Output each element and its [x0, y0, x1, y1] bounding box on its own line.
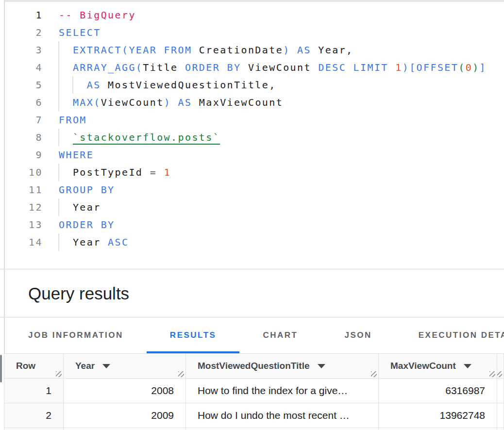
sql-token-keyword: MAX( [73, 97, 101, 108]
column-resize-handle-icon[interactable] [56, 371, 62, 377]
code-line-9[interactable]: 9WHERE [5, 146, 503, 164]
vertical-scrollbar-thumb[interactable] [0, 355, 2, 382]
column-resize-handle-icon[interactable] [497, 371, 502, 377]
column-menu-dropdown-icon[interactable] [318, 364, 325, 368]
sql-token-keyword: ASC [101, 236, 129, 248]
column-label: MostViewedQuestionTitle [198, 361, 310, 371]
code-line-1[interactable]: 1-- BigQuery [5, 6, 503, 24]
code-line-14[interactable]: 14 Year ASC [5, 233, 503, 251]
code-line-11[interactable]: 11GROUP BY [5, 181, 503, 198]
line-number: 9 [5, 146, 43, 164]
sql-token-identifier: CreationDate [192, 44, 283, 56]
indent-guide [58, 94, 59, 111]
cell-row [4, 428, 64, 430]
cell-mostviewedquestiontitle [186, 428, 379, 430]
code-line-4[interactable]: 4 ARRAY_AGG(Title ORDER BY ViewCount DES… [5, 59, 503, 76]
sql-token-identifier [59, 132, 73, 143]
results-table: RowYearMostViewedQuestionTitleMaxViewCou… [4, 353, 504, 430]
code-line-13[interactable]: 13ORDER BY [5, 216, 503, 233]
column-resize-handle-icon[interactable] [178, 371, 184, 377]
indent-guide [58, 59, 59, 76]
sql-token-comment: -- BigQuery [59, 9, 136, 21]
column-label: Year [75, 361, 95, 371]
cell-extra [497, 403, 504, 428]
cell-row: 2 [4, 403, 64, 428]
sql-token-identifier [59, 97, 73, 108]
column-menu-dropdown-icon[interactable] [102, 364, 110, 368]
code-text: WHERE [59, 146, 94, 164]
column-header-mostviewedquestiontitle: MostViewedQuestionTitle [186, 354, 379, 379]
sql-token-number: 1 [388, 62, 403, 73]
tab-job-information[interactable]: JOB INFORMATION [5, 317, 147, 353]
query-results-title: Query results [28, 270, 129, 317]
code-line-10[interactable]: 10 PostTypeId = 1 [5, 164, 503, 181]
code-text: EXTRACT(YEAR FROM CreationDate) AS Year, [59, 41, 353, 59]
code-text: GROUP BY [59, 181, 115, 198]
sql-token-identifier [59, 62, 73, 73]
code-text: PostTypeId = 1 [59, 164, 171, 181]
code-line-8[interactable]: 8 `stackoverflow.posts` [5, 129, 503, 146]
sql-token-keyword: ] [480, 62, 487, 73]
column-label: Row [16, 361, 35, 371]
sql-token-keyword: ARRAY_AGG( [73, 62, 143, 73]
sql-token-identifier: Year [59, 236, 101, 248]
cell-year: 2008 [64, 379, 186, 403]
code-text: `stackoverflow.posts` [59, 129, 220, 146]
sql-token-keyword: AS [87, 79, 101, 91]
column-resize-handle-icon[interactable] [371, 371, 377, 377]
code-line-6[interactable]: 6 MAX(ViewCount) AS MaxViewCount [5, 94, 503, 111]
code-line-12[interactable]: 12 Year [5, 198, 503, 216]
cell-maxviewcount: 13962748 [379, 403, 497, 428]
line-number: 5 [5, 76, 43, 94]
code-line-7[interactable]: 7FROM [5, 111, 503, 129]
divider [0, 269, 504, 269]
line-number: 4 [5, 59, 43, 76]
results-tab-bar: JOB INFORMATIONRESULTSCHARTJSONEXECUTION… [5, 317, 504, 353]
line-number: 10 [5, 164, 43, 181]
code-text: SELECT [59, 24, 101, 41]
sql-token-keyword: GROUP BY [59, 184, 115, 196]
sql-token-number: 0 [466, 62, 472, 73]
column-header-row: Row [4, 354, 64, 379]
sql-token-keyword: ORDER BY [59, 219, 115, 231]
cell-mostviewedquestiontitle: How to find the index for a give… [186, 379, 379, 403]
line-number: 7 [5, 111, 43, 129]
line-number: 14 [5, 233, 43, 251]
column-menu-dropdown-icon[interactable] [464, 364, 471, 368]
code-text: AS MostViewedQuestionTitle, [59, 76, 276, 94]
sql-token-number: 1 [157, 166, 171, 178]
column-header-extra [497, 354, 504, 379]
code-line-2[interactable]: 2SELECT [5, 24, 503, 41]
line-number: 11 [5, 181, 43, 198]
tab-json[interactable]: JSON [321, 317, 395, 353]
column-resize-handle-icon[interactable] [489, 371, 495, 377]
tab-execution-details[interactable]: EXECUTION DETAILS [395, 317, 504, 353]
sql-token-keyword: DESC LIMIT [311, 62, 388, 73]
code-text: FROM [59, 111, 87, 129]
sql-token-identifier: Title [143, 62, 178, 73]
code-text: Year ASC [59, 233, 129, 251]
cell-mostviewedquestiontitle: How do I undo the most recent … [186, 403, 379, 428]
code-text: ORDER BY [59, 216, 115, 233]
sql-token-keyword: ) AS [164, 97, 192, 108]
line-number: 1 [5, 6, 43, 24]
sql-token-identifier: PostTypeId [59, 166, 143, 178]
code-text: ARRAY_AGG(Title ORDER BY ViewCount DESC … [59, 59, 487, 76]
indent-guide [58, 164, 59, 181]
table-reference-link[interactable]: `stackoverflow.posts` [73, 132, 220, 143]
tab-results[interactable]: RESULTS [147, 317, 240, 353]
sql-token-identifier: ViewCount [241, 62, 311, 73]
column-header-maxviewcount: MaxViewCount [379, 354, 497, 379]
column-label: MaxViewCount [390, 361, 456, 371]
code-line-5[interactable]: 5 AS MostViewedQuestionTitle, [5, 76, 503, 94]
code-text: MAX(ViewCount) AS MaxViewCount [59, 94, 283, 111]
cell-extra [497, 428, 504, 430]
indent-guide [58, 76, 59, 94]
sql-token-keyword: WHERE [59, 149, 94, 161]
indent-guide [58, 198, 59, 216]
tab-chart[interactable]: CHART [239, 317, 321, 353]
sql-editor[interactable]: 1-- BigQuery2SELECT3 EXTRACT(YEAR FROM C… [5, 4, 503, 268]
code-line-3[interactable]: 3 EXTRACT(YEAR FROM CreationDate) AS Yea… [5, 41, 503, 59]
indent-guide [58, 233, 59, 251]
sql-token-paren: ) [472, 62, 479, 73]
